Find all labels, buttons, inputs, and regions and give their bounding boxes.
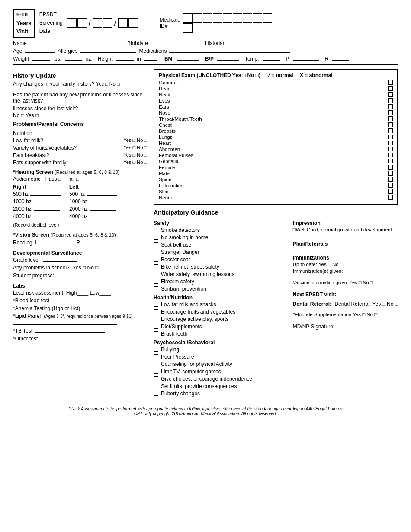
cb-no-smoking: No smoking in home — [154, 234, 289, 240]
weight-label: Weight — [13, 56, 29, 62]
medications-field[interactable] — [169, 52, 290, 53]
impression-line2[interactable] — [293, 237, 392, 237]
height-field[interactable] — [116, 60, 134, 61]
p-field[interactable] — [293, 60, 319, 61]
anemia-field[interactable] — [83, 310, 127, 310]
impression-line1[interactable] — [293, 235, 392, 235]
date-box[interactable] — [77, 18, 87, 28]
next-epsdt-field[interactable] — [340, 296, 383, 296]
epsdt-label: EPSDT Screening Date — [39, 10, 63, 35]
medicaid-box[interactable] — [203, 13, 212, 23]
hz-4000-right: 4000 hz — [13, 213, 61, 219]
medicaid-box[interactable] — [223, 13, 232, 23]
blood-lead-field[interactable] — [52, 302, 91, 302]
hz-4000-left: 4000 hz — [69, 213, 117, 219]
pe-item-spine: Spine — [159, 177, 393, 182]
illness-field[interactable] — [40, 117, 96, 117]
concerns-title: Problems/Parental Concerns — [13, 121, 147, 127]
visit-label: Visit — [16, 28, 28, 35]
medicaid-box[interactable] — [233, 13, 242, 23]
cb-booster-seat: Booster seat — [154, 256, 289, 263]
medicaid-box[interactable] — [183, 13, 193, 23]
cb-smoke-detectors: Smoke detectors — [154, 227, 289, 233]
height-extra[interactable] — [144, 60, 157, 61]
md-signature-row: MD/NP Signature — [293, 324, 398, 330]
reading-r-field[interactable] — [83, 244, 113, 244]
p-label: P — [286, 56, 289, 62]
name-field[interactable] — [29, 45, 125, 45]
historian-field[interactable] — [228, 45, 293, 45]
decibel-note: (Record decibel level) — [13, 222, 147, 228]
labs-section: Labs: Lead risk assessment: High____ Low… — [13, 283, 147, 342]
footer-note1: * Risk Assessment to be performed with a… — [13, 407, 398, 411]
weight-oz-field[interactable] — [65, 60, 82, 61]
r-field[interactable] — [332, 60, 349, 61]
pe-item-extremities: Extremities — [159, 183, 393, 188]
cb-sunburn: Sunburn prevention — [154, 286, 289, 292]
tb-test-row: *TB Test — [13, 328, 147, 334]
bmi-field[interactable] — [177, 60, 199, 61]
dental-line[interactable] — [293, 309, 392, 309]
age-range: 5-10 — [16, 11, 28, 18]
cb-water-safety: Water safety, swimming lessons — [154, 271, 289, 277]
date-box[interactable] — [67, 18, 77, 28]
medicaid-box[interactable] — [183, 23, 193, 33]
pe-item-genitalia: Genitalia — [159, 159, 393, 164]
footer: * Risk Assessment to be performed with a… — [13, 407, 398, 416]
grade-field[interactable] — [43, 261, 77, 262]
pe-item-general: General — [159, 80, 393, 85]
birthdate-field[interactable] — [151, 45, 202, 45]
age-row: Age Allergies Medications — [13, 48, 398, 54]
fluoride-row: *Fluoride Supplementation Yes □ No □ — [293, 312, 398, 317]
student-progress-field[interactable] — [57, 277, 113, 277]
other-test-field[interactable] — [41, 340, 97, 340]
plan-title: Plan/Referrals — [293, 241, 398, 247]
plan-line1[interactable] — [293, 249, 392, 249]
dev-title: Developmental Surveillance — [13, 250, 147, 256]
history-title: History Update — [13, 72, 147, 79]
reading-l-field[interactable] — [41, 244, 71, 244]
temp-field[interactable] — [263, 60, 280, 61]
vaccine-line[interactable] — [293, 288, 392, 288]
fluoride-line[interactable] — [293, 319, 392, 319]
impression-section: Impression □Well Child, normal growth an… — [293, 218, 398, 398]
medicaid-box[interactable] — [213, 13, 222, 23]
in-label: in — [137, 56, 141, 62]
cb-set-limits: Set limits, provide consequences — [154, 383, 289, 389]
immunizations-line2[interactable] — [293, 278, 392, 278]
date-box[interactable] — [128, 18, 138, 28]
medicaid-box[interactable] — [253, 13, 262, 23]
medicaid-box[interactable] — [263, 13, 272, 23]
weight-lbs-field[interactable] — [32, 60, 50, 61]
immunizations-line1[interactable] — [293, 276, 392, 276]
nutrition-label: Nutrition — [13, 130, 147, 136]
date-box[interactable] — [118, 18, 128, 28]
lipid-line — [13, 320, 147, 326]
allergies-field[interactable] — [80, 52, 136, 53]
age-label: Age — [13, 48, 22, 54]
plan-line2[interactable] — [293, 251, 392, 251]
pe-item-female: Female — [159, 165, 393, 170]
date-box[interactable] — [93, 18, 102, 28]
medicaid-box[interactable] — [193, 13, 202, 23]
pe-item-neuro: Neuro — [159, 195, 393, 200]
age-box: 5-10 Years Visit — [13, 9, 35, 38]
age-field[interactable] — [25, 52, 55, 53]
cb-diet: Diet/Supplements — [154, 324, 289, 330]
bp-label: B/P — [205, 56, 214, 62]
date-box[interactable] — [103, 18, 112, 28]
vitals-row: Weight lbs. oz. Height in BMI B/P Temp. … — [13, 56, 398, 62]
bp-field[interactable] — [217, 60, 239, 61]
screening-date-boxes: / / — [67, 18, 138, 28]
pe-item-abdomen: Abdomen — [159, 147, 393, 152]
tb-field[interactable] — [35, 332, 105, 333]
medications-label: Medications — [139, 48, 167, 54]
name-label: Name — [13, 40, 27, 46]
lipid-field[interactable] — [13, 324, 117, 325]
next-epsdt-row: Next EPSDT visit: — [293, 292, 398, 298]
illness-line: illnesses since the last visit? — [13, 106, 147, 112]
blood-lead-row: *Blood lead test — [13, 298, 147, 304]
cb-seat-belt: Seat belt use — [154, 242, 289, 248]
main-content: History Update Any changes in your famil… — [13, 69, 398, 398]
medicaid-box[interactable] — [243, 13, 252, 23]
